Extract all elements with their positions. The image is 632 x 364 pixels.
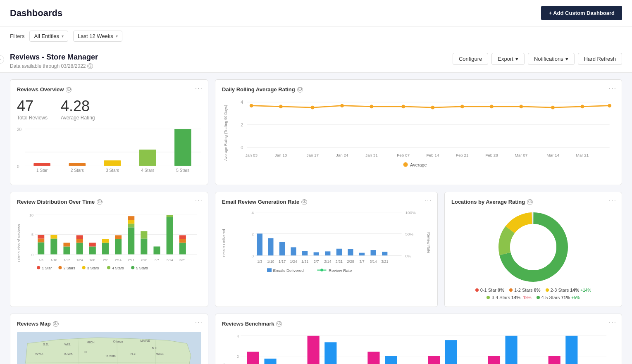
svg-rect-186 [549, 356, 560, 364]
daily-rolling-info-icon[interactable]: ⓘ [297, 87, 303, 93]
row-2: Review Distribution Over Time ⓘ ··· Dist… [10, 192, 622, 307]
hard-refresh-button[interactable]: Hard Refresh [578, 53, 622, 65]
email-review-menu[interactable]: ··· [425, 197, 432, 205]
reviews-benchmark-menu[interactable]: ··· [609, 319, 617, 326]
svg-text:WIS.: WIS. [64, 343, 71, 346]
export-button[interactable]: Export ▾ [491, 53, 525, 65]
notifications-button[interactable]: Notifications ▾ [528, 53, 575, 65]
svg-point-25 [431, 106, 435, 109]
svg-point-44 [403, 162, 408, 167]
reviews-map-info-icon[interactable]: ⓘ [53, 321, 59, 327]
legend-0-1: 0-1 Star 0% [475, 288, 504, 293]
entities-filter[interactable]: All Entities ▾ [29, 31, 68, 42]
svg-text:4 Stars: 4 Stars [141, 168, 154, 173]
svg-rect-75 [167, 217, 173, 254]
svg-text:100%: 100% [405, 210, 416, 215]
svg-text:2 Stars: 2 Stars [63, 266, 75, 270]
main-content: Reviews Overview ⓘ ··· 47 Total Reviews … [0, 73, 632, 364]
locations-avg-title: Locations by Average Rating ⓘ [451, 199, 615, 205]
rolling-avg-chart: 4 2 0 [228, 98, 615, 168]
svg-text:3/21: 3/21 [381, 259, 388, 264]
svg-text:Mar 21: Mar 21 [576, 153, 589, 157]
svg-point-94 [58, 266, 62, 269]
email-y-left-label: Emails Delivered [222, 210, 226, 276]
reviews-overview-info-icon[interactable]: ⓘ [66, 87, 72, 93]
locations-avg-info-icon[interactable]: ⓘ [527, 199, 533, 205]
svg-rect-113 [279, 242, 285, 255]
svg-text:50%: 50% [405, 232, 413, 236]
svg-text:1/17: 1/17 [64, 258, 70, 262]
svg-rect-112 [268, 238, 273, 255]
svg-point-23 [370, 105, 373, 109]
reviews-map-menu[interactable]: ··· [195, 319, 203, 326]
period-value: Last 12 Weeks [78, 33, 113, 39]
filter-bar: Filters All Entities ▾ Last 12 Weeks ▾ [0, 26, 632, 46]
svg-rect-135 [267, 268, 272, 272]
svg-point-21 [311, 106, 315, 109]
svg-text:2: 2 [237, 354, 239, 359]
donut-chart [496, 210, 570, 284]
svg-text:5 Stars: 5 Stars [176, 168, 189, 173]
svg-rect-53 [38, 238, 44, 242]
svg-rect-77 [179, 243, 186, 254]
period-filter[interactable]: Last 12 Weeks ▾ [73, 31, 122, 42]
svg-text:N.H.: N.H. [152, 346, 158, 350]
svg-rect-184 [488, 356, 500, 364]
svg-rect-7 [174, 129, 191, 166]
svg-text:Jan 03: Jan 03 [245, 153, 258, 157]
svg-text:2/14: 2/14 [324, 259, 331, 264]
total-reviews-label: Total Reviews [17, 115, 48, 121]
svg-text:4: 4 [241, 100, 243, 105]
subtitle-info-icon[interactable]: ⓘ [87, 63, 93, 69]
svg-text:IOWA: IOWA [64, 352, 73, 356]
svg-rect-76 [167, 215, 173, 217]
add-dashboard-button[interactable]: + Add Custom Dashboard [541, 6, 622, 20]
svg-text:2/28: 2/28 [141, 258, 148, 262]
svg-text:S.D.: S.D. [43, 343, 49, 346]
daily-rolling-menu[interactable]: ··· [609, 85, 617, 92]
svg-rect-78 [179, 239, 186, 243]
svg-rect-63 [89, 243, 96, 246]
svg-text:2 Stars: 2 Stars [71, 168, 84, 173]
y-axis-label: Average Rating (Trailing 90 Days) [222, 98, 228, 168]
svg-point-29 [551, 106, 555, 109]
reviews-overview-menu[interactable]: ··· [195, 85, 203, 92]
svg-text:3/21: 3/21 [179, 258, 186, 262]
svg-text:4: 4 [252, 210, 254, 215]
notif-chevron-icon: ▾ [565, 56, 568, 62]
svg-rect-55 [50, 238, 57, 254]
total-reviews-stat: 47 Total Reviews [17, 98, 48, 121]
svg-rect-62 [89, 247, 96, 255]
svg-point-19 [250, 104, 253, 107]
svg-rect-59 [76, 243, 83, 254]
svg-rect-117 [325, 251, 330, 255]
row-1: Reviews Overview ⓘ ··· 47 Total Reviews … [10, 79, 622, 185]
review-dist-card: Review Distribution Over Time ⓘ ··· Dist… [10, 192, 208, 307]
dist-y-axis-label: Distribution of Reviews [17, 210, 21, 276]
svg-text:Toronto: Toronto [105, 354, 116, 358]
svg-text:Feb 07: Feb 07 [397, 153, 410, 157]
svg-rect-79 [179, 235, 186, 239]
svg-text:1 Star: 1 Star [36, 168, 48, 173]
reviews-map-card: Reviews Map ⓘ ··· [10, 314, 208, 364]
review-dist-menu[interactable]: ··· [195, 197, 203, 205]
sidebar-toggle[interactable]: › [0, 55, 4, 64]
svg-point-144 [510, 224, 556, 270]
svg-point-27 [490, 105, 494, 109]
svg-text:1/24: 1/24 [290, 259, 297, 264]
email-review-info-icon[interactable]: ⓘ [301, 199, 307, 205]
locations-avg-menu[interactable]: ··· [609, 197, 617, 205]
svg-rect-71 [128, 216, 134, 220]
svg-rect-178 [308, 336, 320, 364]
svg-text:Jan 24: Jan 24 [336, 153, 348, 157]
svg-point-96 [82, 266, 86, 269]
review-dist-info-icon[interactable]: ⓘ [97, 199, 103, 205]
email-chart: 4 2 0 100% 50% 0% [226, 210, 427, 276]
svg-text:Ottawa: Ottawa [113, 340, 123, 343]
svg-text:3/7: 3/7 [155, 258, 160, 262]
reviews-benchmark-info-icon[interactable]: ⓘ [276, 321, 282, 327]
legend-4-5-dot [537, 296, 540, 299]
svg-text:2: 2 [252, 232, 254, 236]
configure-button[interactable]: Configure [453, 53, 488, 65]
benchmark-chart: 4 2 0 [228, 332, 615, 364]
